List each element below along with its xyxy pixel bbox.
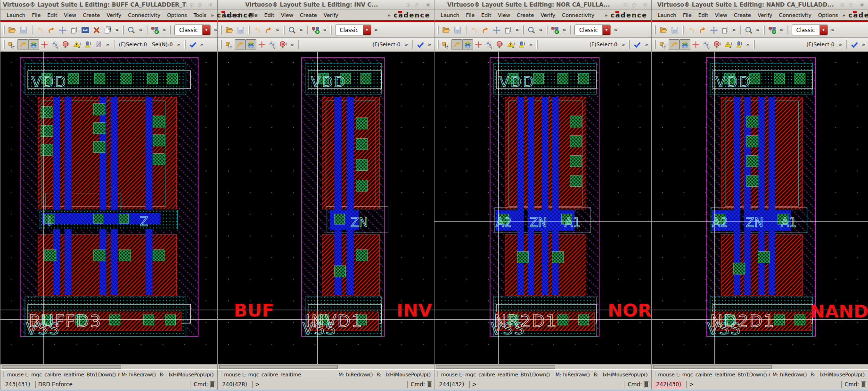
open-icon[interactable] [7,25,18,36]
overflow-chevron[interactable]: » [198,42,205,48]
preset-caret-icon[interactable]: ▾ [602,25,610,35]
pointer-icon[interactable] [441,39,451,50]
preset-dropdown[interactable]: Classic ▾ [574,25,611,35]
pointer-icon[interactable] [7,39,17,50]
overflow-chevron[interactable]: » [745,42,752,48]
redo-icon[interactable] [263,25,274,36]
overflow-chevron[interactable]: » [860,42,867,48]
layout-canvas[interactable]: VDD A2 ZN A1 NR2D1 VSS NOR [434,51,651,364]
menu-item-tools[interactable]: Tools [190,12,210,18]
menu-overflow-chevron[interactable]: » [210,12,215,18]
check-icon[interactable] [188,39,198,50]
layout-canvas[interactable]: VDD A2 ZN A1 ND2D1 VSS NAND [652,51,868,364]
shade-down-icon[interactable] [405,1,412,8]
overflow-chevron[interactable]: » [161,27,168,33]
menu-item-connectivity[interactable]: Connectivity [124,12,164,18]
check-icon[interactable] [849,39,860,50]
preset-caret-icon[interactable]: ▾ [819,25,827,35]
horizontal-scrollbar[interactable] [652,364,868,369]
close-icon[interactable] [208,1,215,8]
preset-caret-icon[interactable]: ▾ [363,25,371,35]
conn-icon[interactable] [767,25,778,36]
menu-item-view[interactable]: View [712,12,730,18]
undo-icon[interactable] [252,25,263,36]
route-icon[interactable] [235,39,246,50]
command-input[interactable] [644,381,649,388]
delete-icon[interactable] [91,25,102,36]
close-icon[interactable] [859,1,866,8]
menu-item-launch[interactable]: Launch [655,12,680,18]
shapes-icon[interactable] [267,39,278,50]
save-icon[interactable] [18,25,29,36]
overflow-chevron[interactable]: » [114,27,121,33]
overflow-chevron[interactable]: » [289,42,296,48]
layers-icon[interactable] [246,39,256,50]
warn-icon[interactable] [723,39,734,50]
overflow-chevron[interactable]: » [731,27,738,33]
overflow-chevron[interactable]: » [514,27,521,33]
fit-icon[interactable] [80,25,91,36]
preset-dropdown[interactable]: Classic ▾ [792,25,828,35]
stophand-icon[interactable] [495,39,506,50]
zoom-icon[interactable] [526,25,537,36]
menu-item-create[interactable]: Create [296,12,320,18]
menu-item-edit[interactable]: Edit [44,12,60,18]
crosshair-icon[interactable] [473,39,484,50]
overflow-chevron[interactable]: » [829,27,836,33]
overflow-chevron[interactable]: » [426,42,433,48]
menu-overflow-chevron[interactable]: » [604,12,609,18]
overflow-chevron[interactable]: » [620,42,627,48]
menu-item-file[interactable]: File [463,12,478,18]
menu-item-file[interactable]: File [680,12,695,18]
menu-item-options[interactable]: Options [164,12,190,18]
stophand-icon[interactable] [61,39,72,50]
conn-icon[interactable] [310,25,321,36]
copy-icon[interactable] [720,25,731,36]
crosshair-icon[interactable] [39,39,50,50]
horizontal-scrollbar[interactable] [434,364,651,369]
overflow-chevron[interactable]: » [778,27,785,33]
close-icon[interactable] [642,1,649,8]
overflow-chevron[interactable]: » [527,42,534,48]
zoom-icon[interactable] [126,25,137,36]
undo-icon[interactable] [34,25,46,36]
menu-item-view[interactable]: View [278,12,296,18]
menu-item-connectivity[interactable]: Connectivity [558,12,598,18]
redo-icon[interactable] [46,25,57,36]
overflow-chevron[interactable]: » [212,27,217,33]
lamp-icon[interactable] [82,39,93,50]
menu-item-view[interactable]: View [495,12,514,18]
props-icon[interactable] [102,25,114,36]
title-bar[interactable]: Virtuoso® Layout Suite L Editing: NOR CA… [434,0,651,10]
overflow-chevron[interactable]: » [837,42,844,48]
warn-icon[interactable] [506,39,516,50]
move-icon[interactable] [491,25,502,36]
menu-item-verify[interactable]: Verify [537,12,558,18]
lamp-icon[interactable] [516,39,527,50]
menu-item-launch[interactable]: Launch [3,12,29,18]
horizontal-scrollbar[interactable] [218,364,434,369]
overflow-chevron[interactable]: » [321,27,328,33]
close-icon[interactable] [425,1,432,8]
menu-item-verify[interactable]: Verify [320,12,342,18]
overflow-chevron[interactable]: » [612,27,619,33]
check-icon[interactable] [415,39,426,50]
stophand-icon[interactable] [278,39,289,50]
shapes-icon[interactable] [484,39,495,50]
overflow-chevron[interactable]: » [537,27,544,33]
shade-up-icon[interactable] [847,1,854,8]
preset-dropdown[interactable]: Classic ▾ [335,25,371,35]
title-bar[interactable]: Virtuoso® Layout Suite L Editing: BUFF C… [0,0,217,10]
open-icon[interactable] [658,25,669,36]
overflow-chevron[interactable]: » [403,42,410,48]
scrollbar-thumb[interactable] [2,365,121,369]
overflow-chevron[interactable]: » [274,27,281,33]
route-icon[interactable] [17,39,28,50]
undo-icon[interactable] [686,25,697,36]
shade-up-icon[interactable] [631,1,638,8]
layers-icon[interactable] [462,39,473,50]
horizontal-scrollbar[interactable] [0,364,217,369]
pointer-icon[interactable] [658,39,669,50]
rails-icon[interactable] [93,39,104,50]
command-input[interactable] [427,381,432,388]
